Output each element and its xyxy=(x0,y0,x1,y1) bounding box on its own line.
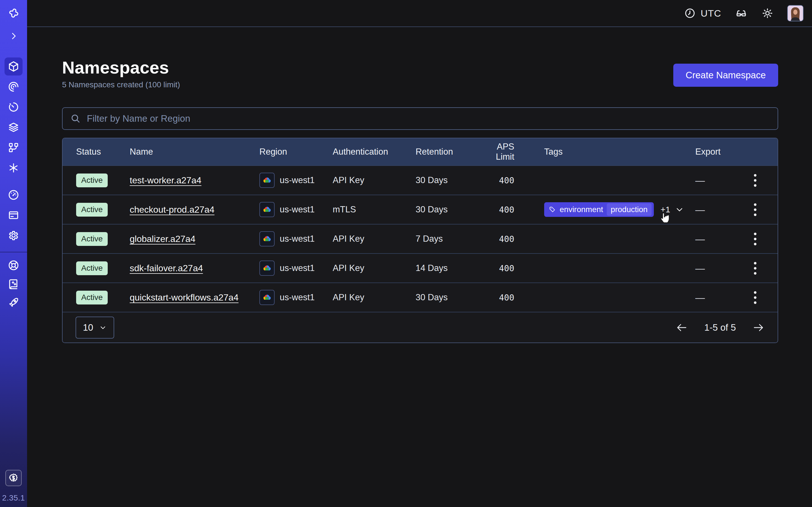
credits-button[interactable] xyxy=(5,470,22,486)
prev-page-button[interactable] xyxy=(675,321,688,334)
tag-pill[interactable]: environment production xyxy=(544,202,654,217)
main-content: Namespaces 5 Namespaces created (100 lim… xyxy=(27,27,812,507)
namespace-link[interactable]: quickstart-workflows.a27a4 xyxy=(130,292,239,302)
row-menu-button[interactable] xyxy=(749,228,761,249)
topbar: UTC xyxy=(27,0,812,27)
table-row[interactable]: Active quickstart-workflows.a27a4 us-wes… xyxy=(63,283,777,312)
sidebar-item-branch-icon[interactable] xyxy=(4,138,22,157)
sidebar-nav-help xyxy=(4,256,22,312)
region-label: us-west1 xyxy=(280,205,315,215)
status-badge: Active xyxy=(76,203,108,217)
auth-value: API Key xyxy=(333,234,416,244)
glasses-button[interactable] xyxy=(735,7,748,20)
tag-key: environment xyxy=(560,205,603,214)
sidebar-item-cube-icon[interactable] xyxy=(4,57,22,75)
aps-value: 400 xyxy=(480,175,514,185)
app-version: 2.35.1 xyxy=(2,494,25,503)
gcp-cloud-icon xyxy=(259,202,274,217)
sidebar-item-spiral-icon[interactable] xyxy=(4,78,22,96)
arrow-left-icon xyxy=(675,321,688,334)
namespaces-table: Status Name Region Authentication Retent… xyxy=(62,138,778,343)
auth-value: API Key xyxy=(333,263,416,273)
table-footer: 10 1-5 of 5 xyxy=(63,312,777,342)
export-value: — xyxy=(695,204,705,215)
table-row[interactable]: Active sdk-failover.a27a4 us-west1 API K… xyxy=(63,253,777,283)
namespace-link[interactable]: globalizer.a27a4 xyxy=(130,234,195,244)
row-menu-button[interactable] xyxy=(749,199,761,220)
namespace-link[interactable]: test-worker.a27a4 xyxy=(130,175,201,185)
retention-value: 30 Days xyxy=(416,175,480,185)
timezone-button[interactable]: UTC xyxy=(684,7,721,19)
namespace-link[interactable]: sdk-failover.a27a4 xyxy=(130,263,203,273)
gcp-cloud-icon xyxy=(259,290,274,305)
sidebar-item-asterisk-icon[interactable] xyxy=(4,159,22,177)
chevron-down-icon xyxy=(99,324,107,332)
sidebar-item-gauge-icon[interactable] xyxy=(4,186,22,204)
page-size-select[interactable]: 10 xyxy=(75,317,114,339)
export-value: — xyxy=(695,292,705,303)
region-label: us-west1 xyxy=(280,263,315,273)
sidebar-nav-primary xyxy=(4,57,22,177)
retention-value: 30 Days xyxy=(416,205,480,215)
sidebar-item-life-ring-icon[interactable] xyxy=(4,256,22,274)
col-export: Export xyxy=(695,147,765,157)
timezone-label: UTC xyxy=(701,8,721,19)
export-value: — xyxy=(695,233,705,244)
retention-value: 30 Days xyxy=(416,292,480,302)
sidebar-item-billing-icon[interactable] xyxy=(4,206,22,224)
page-header: Namespaces 5 Namespaces created (100 lim… xyxy=(62,57,778,89)
region-label: us-west1 xyxy=(280,292,315,302)
pagination-range: 1-5 of 5 xyxy=(704,322,736,333)
sidebar-item-layers-icon[interactable] xyxy=(4,118,22,136)
auth-value: API Key xyxy=(333,175,416,185)
next-page-button[interactable] xyxy=(752,321,765,334)
filter-bar xyxy=(62,107,778,130)
status-badge: Active xyxy=(76,232,108,246)
gcp-cloud-icon xyxy=(259,231,274,246)
table-row[interactable]: Active globalizer.a27a4 us-west1 API Key… xyxy=(63,224,777,253)
sidebar-bottom: 2.35.1 xyxy=(2,470,25,507)
col-region: Region xyxy=(259,147,333,157)
sidebar-item-book-sparkle-icon[interactable] xyxy=(4,275,22,293)
table-row[interactable]: Active checkout-prod.a27a4 us-west1 mTLS… xyxy=(63,194,777,224)
page-subtitle: 5 Namespaces created (100 limit) xyxy=(62,80,180,89)
gcp-cloud-icon xyxy=(259,173,274,188)
table-row[interactable]: Active test-worker.a27a4 us-west1 API Ke… xyxy=(63,165,777,194)
search-icon xyxy=(70,113,81,124)
create-namespace-button[interactable]: Create Namespace xyxy=(673,64,778,87)
aps-value: 400 xyxy=(480,205,514,215)
col-aps-limit: APS Limit xyxy=(480,142,514,162)
tag-more-count: +1 xyxy=(661,205,670,214)
filter-input[interactable] xyxy=(87,113,770,124)
row-menu-button[interactable] xyxy=(749,170,761,191)
sidebar-item-timer-icon[interactable] xyxy=(4,98,22,116)
export-value: — xyxy=(695,263,705,274)
gcp-cloud-icon xyxy=(259,261,274,276)
table-header-row: Status Name Region Authentication Retent… xyxy=(63,138,777,165)
sidebar-item-rocket-icon[interactable] xyxy=(4,293,22,312)
user-avatar[interactable] xyxy=(787,5,804,21)
col-name: Name xyxy=(130,147,259,157)
tags-cell: environment production +1 xyxy=(514,202,695,217)
tags-expand-chevron-icon[interactable] xyxy=(675,205,684,214)
sun-icon xyxy=(761,7,774,19)
sidebar-item-gear-icon[interactable] xyxy=(4,226,22,244)
page-title: Namespaces xyxy=(62,57,180,77)
status-badge: Active xyxy=(76,262,108,275)
arrow-right-icon xyxy=(752,321,765,334)
tag-icon xyxy=(549,206,556,213)
row-menu-button[interactable] xyxy=(749,287,761,308)
aps-value: 400 xyxy=(480,234,514,244)
theme-toggle-button[interactable] xyxy=(761,7,774,19)
temporal-logo-icon xyxy=(4,6,22,22)
sidebar-nav-account xyxy=(4,186,22,244)
pagination-controls: 1-5 of 5 xyxy=(675,321,765,334)
aps-value: 400 xyxy=(480,263,514,273)
tag-value: production xyxy=(607,203,652,216)
sidebar-expand-button[interactable] xyxy=(4,27,22,45)
sidebar-divider xyxy=(0,252,27,252)
status-badge: Active xyxy=(76,173,108,187)
row-menu-button[interactable] xyxy=(749,258,761,279)
app-root: 2.35.1 UTC Namespaces 5 Names xyxy=(0,0,812,507)
namespace-link[interactable]: checkout-prod.a27a4 xyxy=(130,205,214,215)
